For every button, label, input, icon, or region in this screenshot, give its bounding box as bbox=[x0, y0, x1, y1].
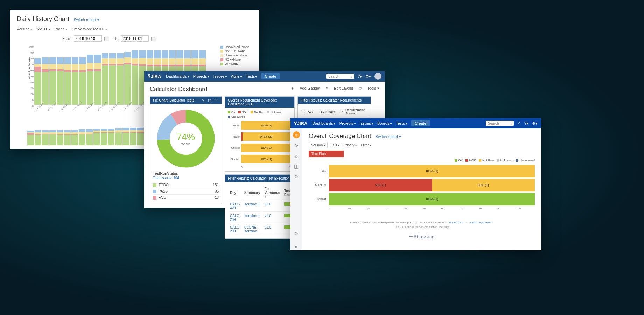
y-ticks: 1009080706050403020100 bbox=[27, 45, 34, 105]
pie-chart-gadget: Pie Chart: Calculator Tests⤡ ▢ ⋯ 74% TOD… bbox=[150, 96, 222, 204]
nav-boards[interactable]: Boards bbox=[377, 121, 392, 125]
to-label: To bbox=[114, 36, 119, 41]
atlassian-logo: ✦Atlassian bbox=[309, 232, 535, 241]
coverage-legend: OKNOKNot RunUnknownUncovered bbox=[228, 111, 292, 118]
stat-title: TestRunStatus bbox=[153, 171, 219, 175]
page-title: Overall Coverage Chart bbox=[309, 133, 371, 140]
stat-row: TODO151 bbox=[153, 182, 219, 188]
nav-projects[interactable]: Projects bbox=[340, 121, 356, 125]
nav-dashboards[interactable]: Dashboards bbox=[312, 121, 335, 125]
col-header[interactable]: Fix Version/s ↑ bbox=[263, 186, 282, 200]
edit-layout-button[interactable]: ✎ Edit Layout bbox=[326, 86, 353, 90]
settings-bottom-icon[interactable]: ⚙ bbox=[293, 230, 300, 237]
avatar[interactable] bbox=[374, 73, 382, 80]
nav-tests[interactable]: Tests bbox=[246, 74, 257, 78]
stacked-bar bbox=[87, 50, 93, 105]
summary-link[interactable]: Iteration 1 bbox=[244, 214, 260, 218]
filter-none[interactable]: None bbox=[55, 27, 67, 31]
coverage-row: Major84.8% (39) bbox=[228, 132, 292, 141]
jira-logo[interactable]: ŸJIRA bbox=[148, 74, 161, 79]
table-row[interactable]: CALC-209Iteration 1v1.0 bbox=[229, 212, 301, 223]
stacked-bar bbox=[27, 128, 34, 145]
col-header[interactable]: Key bbox=[229, 186, 242, 200]
coverage-axis: 050 bbox=[241, 166, 292, 168]
col-header[interactable]: Key bbox=[306, 107, 319, 117]
about-link[interactable]: About JIRA bbox=[449, 221, 463, 224]
filter-filter[interactable]: Filter bbox=[361, 143, 371, 147]
stacked-bar bbox=[71, 128, 78, 145]
expand-icon[interactable]: » bbox=[293, 243, 300, 250]
col-header[interactable]: Summary bbox=[319, 107, 339, 117]
nav-dashboards[interactable]: Dashboards bbox=[166, 74, 189, 78]
gadget-controls[interactable]: ⤡ ▢ ⋯ bbox=[202, 98, 219, 102]
project-icon[interactable]: ⊚ bbox=[293, 131, 300, 138]
settings-sidebar-icon[interactable]: ⚙ bbox=[293, 173, 300, 180]
dashboard-title: Calculator Dashboard bbox=[150, 86, 207, 93]
nav-projects[interactable]: Projects bbox=[193, 74, 209, 78]
gear-icon[interactable]: ⚙▾ bbox=[365, 74, 371, 79]
feedback-icon[interactable]: ⚐ bbox=[517, 121, 521, 126]
col-header[interactable]: P bbox=[339, 107, 344, 117]
filter-version[interactable]: Version bbox=[17, 27, 32, 31]
create-button[interactable]: Create bbox=[261, 73, 280, 79]
coverage-chart-panel: ŸJIRA DashboardsProjectsIssuesBoardsTest… bbox=[290, 118, 541, 250]
stacked-bar bbox=[124, 50, 131, 105]
issue-key-link[interactable]: CALC-429 bbox=[230, 202, 240, 210]
donut-label: TODO bbox=[181, 142, 190, 146]
add-gadget-button[interactable]: ＋ Add Gadget bbox=[290, 86, 320, 90]
table-row[interactable]: CALC-429Iteration 1v1.0 bbox=[229, 201, 301, 212]
x-axis: 0102030405060708090100 bbox=[329, 207, 535, 210]
stacked-bar bbox=[42, 50, 48, 105]
activity-icon[interactable]: ∿ bbox=[293, 142, 300, 149]
create-button[interactable]: Create bbox=[411, 120, 430, 126]
gadget-title: Filter Results: Calculator Test Executio… bbox=[228, 176, 292, 180]
stacked-bar bbox=[101, 128, 107, 145]
switch-report-link[interactable]: Switch report bbox=[376, 134, 401, 139]
stacked-bar bbox=[102, 50, 108, 105]
search-sidebar-icon[interactable]: ⌕ bbox=[293, 152, 300, 159]
coverage-row: Blocker100% (1) bbox=[228, 155, 292, 163]
nav-issues[interactable]: Issues bbox=[360, 121, 373, 125]
help-icon[interactable]: ?▾ bbox=[358, 74, 362, 79]
search-input[interactable]: Search bbox=[326, 74, 354, 79]
version-filter[interactable]: Version bbox=[309, 142, 328, 148]
stacked-bar bbox=[49, 50, 56, 105]
filter-r2[interactable]: R2.0.0 bbox=[37, 27, 51, 31]
footer: Atlassian JIRA Project Management Softwa… bbox=[309, 220, 535, 241]
gear-icon[interactable]: ⚙▾ bbox=[532, 121, 538, 126]
summary-link[interactable]: Iteration 1 bbox=[244, 202, 260, 206]
calendar-icon[interactable] bbox=[151, 37, 156, 41]
filter-bar: Version 3.0 Priority Filter bbox=[309, 143, 535, 147]
tools-button[interactable]: ⚙ Tools ▾ bbox=[358, 86, 379, 90]
report-problem-link[interactable]: Report a problem bbox=[470, 221, 491, 224]
date-range-row: From To bbox=[62, 35, 253, 42]
stacked-bar bbox=[94, 50, 101, 105]
summary-link[interactable]: CLONE - Iteration bbox=[244, 225, 259, 233]
nav-issues[interactable]: Issues bbox=[214, 74, 227, 78]
col-header[interactable]: Requirement Status ↑ bbox=[344, 107, 368, 117]
col-header[interactable]: T bbox=[301, 107, 306, 117]
issue-key-link[interactable]: CALC-200 bbox=[230, 225, 240, 233]
priority-filter[interactable]: Priority bbox=[343, 143, 356, 147]
stacked-bar bbox=[108, 128, 114, 145]
coverage-row: Highest100% (1) bbox=[309, 193, 535, 205]
stacked-bar bbox=[79, 128, 85, 145]
issue-key-link[interactable]: CALC-209 bbox=[230, 214, 240, 222]
reports-icon[interactable]: ▥ bbox=[293, 163, 300, 170]
filter-bar: Version R2.0.0 None Fix Version: R2.0.0 bbox=[17, 27, 253, 31]
calendar-icon[interactable] bbox=[104, 37, 109, 41]
stat-row: FAIL18 bbox=[153, 195, 219, 201]
v-filter[interactable]: 3.0 bbox=[332, 143, 339, 147]
jira-logo[interactable]: ŸJIRA bbox=[294, 121, 307, 126]
table-row[interactable]: CALC-200CLONE - Iterationv1.0 bbox=[229, 224, 301, 235]
to-date-input[interactable] bbox=[121, 35, 149, 42]
nav-tests[interactable]: Tests bbox=[396, 121, 407, 125]
nav-agile[interactable]: Agile bbox=[231, 74, 242, 78]
gadget-title: Pie Chart: Calculator Tests bbox=[153, 98, 194, 102]
switch-report-link[interactable]: Switch report bbox=[74, 18, 99, 22]
filter-fixversion[interactable]: Fix Version: R2.0.0 bbox=[72, 27, 107, 31]
search-input[interactable]: Search bbox=[486, 121, 514, 126]
help-icon[interactable]: ?▾ bbox=[524, 121, 528, 126]
from-date-input[interactable] bbox=[74, 35, 102, 42]
col-header[interactable]: Summary bbox=[243, 186, 262, 200]
